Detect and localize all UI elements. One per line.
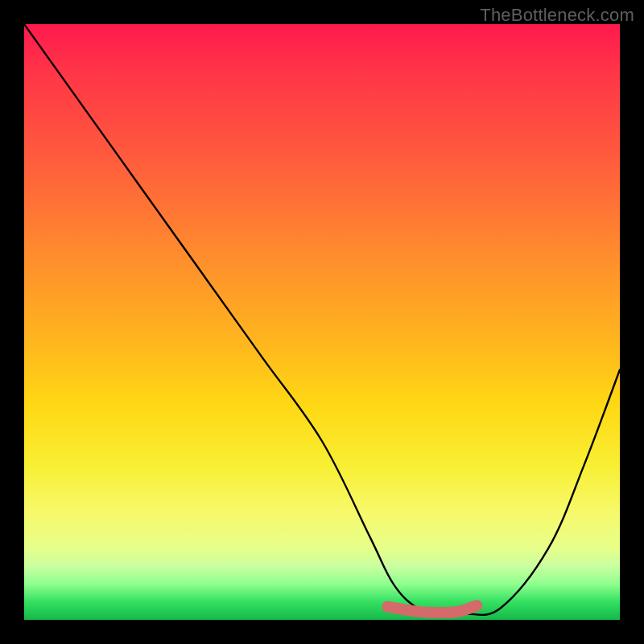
bottleneck-curve xyxy=(24,24,620,615)
chart-stage: TheBottleneck.com xyxy=(0,0,644,644)
plot-area xyxy=(24,24,620,620)
curve-layer xyxy=(24,24,620,620)
highlight-flat xyxy=(387,605,477,613)
watermark-text: TheBottleneck.com xyxy=(480,5,634,26)
